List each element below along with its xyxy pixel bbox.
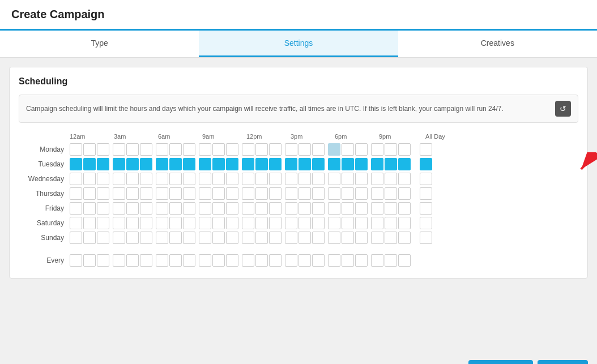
cell[interactable]	[97, 217, 109, 229]
cell[interactable]	[212, 232, 225, 244]
cell[interactable]	[255, 202, 268, 215]
cell[interactable]	[169, 158, 182, 170]
cell[interactable]	[355, 158, 368, 170]
cell[interactable]	[126, 187, 139, 200]
cell[interactable]	[298, 254, 311, 267]
cell[interactable]	[140, 254, 152, 267]
cell[interactable]	[97, 143, 109, 156]
cell[interactable]	[285, 143, 297, 156]
cell[interactable]	[342, 254, 354, 267]
cell[interactable]	[242, 254, 254, 267]
cell[interactable]	[70, 254, 82, 267]
cell[interactable]	[156, 187, 168, 200]
allday-cell-monday[interactable]	[420, 143, 432, 156]
cell[interactable]	[255, 187, 268, 200]
allday-cell-friday[interactable]	[420, 202, 432, 215]
cell[interactable]	[83, 202, 96, 215]
tab-type[interactable]: Type	[0, 31, 199, 57]
cell[interactable]	[355, 187, 368, 200]
cell[interactable]	[156, 173, 168, 185]
cell[interactable]	[371, 187, 383, 200]
cell[interactable]	[70, 232, 82, 244]
cell[interactable]	[226, 158, 238, 170]
cell[interactable]	[285, 217, 297, 229]
cell[interactable]	[242, 232, 254, 244]
cell[interactable]	[83, 187, 96, 200]
cell[interactable]	[183, 158, 195, 170]
cell[interactable]	[140, 173, 152, 185]
cell[interactable]	[328, 173, 340, 185]
cell[interactable]	[269, 143, 282, 156]
cell[interactable]	[312, 202, 325, 215]
cell[interactable]	[199, 202, 211, 215]
cell[interactable]	[199, 232, 211, 244]
cell[interactable]	[371, 202, 383, 215]
cell[interactable]	[371, 254, 383, 267]
cell[interactable]	[113, 173, 125, 185]
cell[interactable]	[199, 254, 211, 267]
cell[interactable]	[312, 143, 325, 156]
cell[interactable]	[242, 187, 254, 200]
cell[interactable]	[140, 202, 152, 215]
cell[interactable]	[385, 254, 397, 267]
cell[interactable]	[355, 217, 368, 229]
cell[interactable]	[298, 187, 311, 200]
cell[interactable]	[398, 187, 411, 200]
cell[interactable]	[226, 254, 238, 267]
cell[interactable]	[312, 254, 325, 267]
next-button[interactable]: Next →	[538, 360, 588, 364]
cell[interactable]	[113, 254, 125, 267]
cell[interactable]	[255, 173, 268, 185]
cell[interactable]	[255, 232, 268, 244]
cell[interactable]	[355, 143, 368, 156]
cell[interactable]	[312, 217, 325, 229]
cell[interactable]	[398, 143, 411, 156]
cell[interactable]	[212, 202, 225, 215]
cell[interactable]	[169, 232, 182, 244]
cell[interactable]	[255, 143, 268, 156]
cell[interactable]	[298, 217, 311, 229]
cell[interactable]	[242, 143, 254, 156]
cell[interactable]	[285, 187, 297, 200]
cell[interactable]	[398, 254, 411, 267]
cell[interactable]	[113, 158, 125, 170]
cell[interactable]	[140, 143, 152, 156]
cell[interactable]	[355, 202, 368, 215]
cell[interactable]	[140, 232, 152, 244]
allday-cell-wednesday[interactable]	[420, 173, 432, 185]
cell[interactable]	[212, 158, 225, 170]
cell[interactable]	[255, 158, 268, 170]
cell[interactable]	[398, 232, 411, 244]
cell[interactable]	[285, 232, 297, 244]
cell[interactable]	[169, 143, 182, 156]
cell[interactable]	[328, 202, 340, 215]
cell[interactable]	[285, 173, 297, 185]
cell[interactable]	[70, 173, 82, 185]
cell[interactable]	[97, 158, 109, 170]
cell[interactable]	[140, 217, 152, 229]
cell[interactable]	[226, 202, 238, 215]
cell[interactable]	[342, 158, 354, 170]
cell[interactable]	[342, 187, 354, 200]
cell[interactable]	[169, 254, 182, 267]
cell[interactable]	[328, 217, 340, 229]
cell[interactable]	[285, 254, 297, 267]
cell[interactable]	[269, 187, 282, 200]
cell[interactable]	[199, 158, 211, 170]
cell[interactable]	[342, 217, 354, 229]
cell[interactable]	[355, 254, 368, 267]
cell[interactable]	[169, 173, 182, 185]
cell[interactable]	[126, 158, 139, 170]
cell[interactable]	[212, 173, 225, 185]
cell[interactable]	[285, 202, 297, 215]
cell[interactable]	[169, 202, 182, 215]
cell[interactable]	[298, 173, 311, 185]
cell[interactable]	[285, 158, 297, 170]
previous-button[interactable]: ← Previous	[468, 360, 533, 364]
cell[interactable]	[156, 143, 168, 156]
cell[interactable]	[183, 202, 195, 215]
cell[interactable]	[183, 173, 195, 185]
cell[interactable]	[113, 202, 125, 215]
cell[interactable]	[328, 254, 340, 267]
cell[interactable]	[398, 158, 411, 170]
